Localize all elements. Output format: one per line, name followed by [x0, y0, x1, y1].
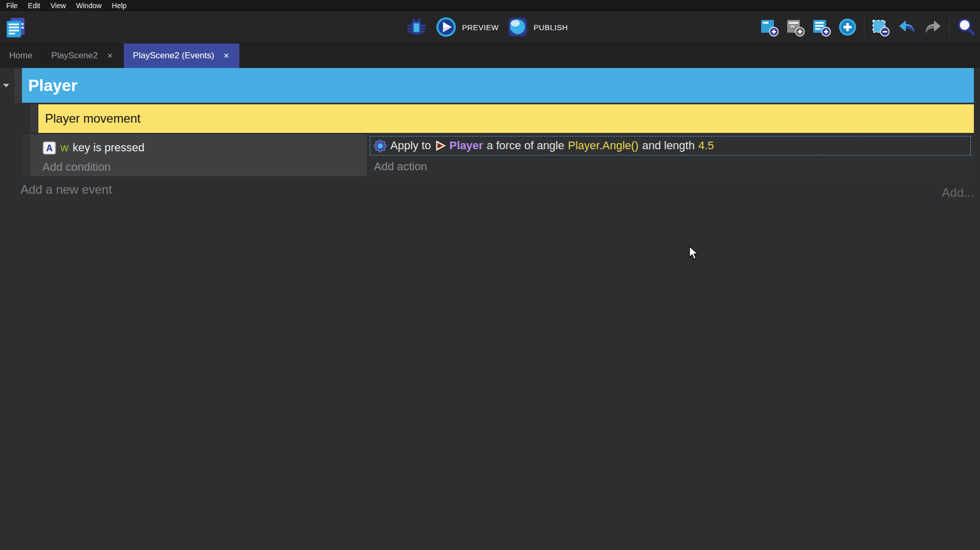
menu-help[interactable]: Help: [107, 2, 132, 10]
add-subevent-button[interactable]: [786, 17, 805, 37]
action-object-name: Player: [450, 139, 483, 152]
tab-playscene2[interactable]: PlayScene2 ✕: [42, 43, 123, 68]
selection-minus-icon: [871, 17, 890, 37]
add-new-event-link[interactable]: Add a new event: [20, 182, 112, 197]
action-text: a force of angle: [487, 139, 565, 152]
action-expression: Player.Angle(): [568, 139, 638, 152]
events-sheet: Player Player movement A w key is presse…: [0, 68, 980, 550]
redo-button[interactable]: [923, 17, 943, 37]
tab-label: PlayScene2: [51, 51, 98, 61]
add-condition-link[interactable]: Add condition: [42, 158, 367, 176]
preview-button[interactable]: PREVIEW: [435, 16, 499, 38]
comment-drag-handle[interactable]: [30, 104, 38, 133]
event-group-header[interactable]: Player: [22, 68, 974, 103]
delete-selection-button[interactable]: [871, 17, 890, 37]
comment-event[interactable]: Player movement: [38, 104, 974, 133]
preview-label: PREVIEW: [462, 23, 499, 32]
event-drag-handle[interactable]: [22, 134, 30, 176]
tab-playscene2-events[interactable]: PlayScene2 (Events) ✕: [124, 43, 239, 68]
condition-key-name: w: [60, 141, 69, 154]
toolbar-separator: [949, 18, 950, 36]
undo-icon: [897, 17, 917, 37]
toolbar: PREVIEW PUBLISH: [0, 11, 980, 43]
add-event-icon: [760, 17, 779, 37]
debugger-button[interactable]: [406, 17, 427, 37]
mouse-cursor: [689, 246, 700, 261]
add-more-link[interactable]: Add...: [942, 186, 974, 200]
condition-row[interactable]: A w key is pressed: [42, 138, 367, 157]
condition-text: key is pressed: [73, 141, 145, 154]
physics-force-icon: [374, 140, 387, 152]
undo-button[interactable]: [897, 17, 917, 37]
action-row-selected[interactable]: Apply to Player a force of angle Player.…: [370, 136, 971, 155]
svg-text:A: A: [46, 143, 53, 153]
tab-label: Home: [9, 51, 32, 61]
plus-circle-icon: [838, 17, 857, 37]
publish-label: PUBLISH: [533, 23, 568, 32]
menu-view[interactable]: View: [46, 2, 71, 10]
tab-home[interactable]: Home: [0, 43, 42, 68]
tabbar: Home PlayScene2 ✕ PlayScene2 (Events) ✕: [0, 43, 980, 68]
add-element-button[interactable]: [838, 17, 857, 37]
menu-window[interactable]: Window: [71, 2, 107, 10]
stacked-pages-icon: [4, 16, 27, 39]
conditions-column[interactable]: A w key is pressed Add condition: [30, 134, 367, 176]
action-text: Apply to: [390, 139, 431, 152]
standard-event: A w key is pressed Add condition: [22, 134, 974, 176]
keyboard-key-icon: A: [42, 141, 56, 155]
play-circle-icon: [435, 16, 457, 38]
actions-column[interactable]: Apply to Player a force of angle Player.…: [367, 134, 974, 176]
search-events-button[interactable]: [956, 17, 976, 37]
group-drag-handle[interactable]: [14, 68, 22, 103]
project-manager-button[interactable]: [4, 16, 27, 39]
menubar: File Edit View Window Help: [0, 0, 980, 11]
add-comment-button[interactable]: [812, 17, 831, 37]
gdevelop-window: File Edit View Window Help: [0, 0, 980, 68]
toolbar-right: [760, 11, 976, 43]
tab-label: PlayScene2 (Events): [133, 51, 214, 61]
collapse-group-icon[interactable]: [3, 84, 9, 87]
add-action-link[interactable]: Add action: [374, 158, 427, 175]
action-value: 4.5: [698, 139, 714, 152]
menu-edit[interactable]: Edit: [23, 2, 46, 10]
menu-file[interactable]: File: [1, 2, 23, 10]
magnifier-icon: [956, 17, 976, 37]
globe-icon: [507, 16, 528, 38]
toolbar-separator: [864, 18, 864, 36]
close-icon[interactable]: ✕: [222, 51, 231, 60]
player-object-icon: [435, 140, 446, 151]
toolbar-center: PREVIEW PUBLISH: [406, 11, 568, 43]
publish-button[interactable]: PUBLISH: [507, 16, 568, 38]
action-text: and length: [642, 139, 695, 152]
comment-text: Player movement: [45, 111, 141, 126]
group-title: Player: [28, 76, 77, 95]
add-comment-icon: [812, 17, 831, 37]
add-subevent-icon: [786, 17, 805, 37]
close-icon[interactable]: ✕: [106, 51, 114, 60]
add-event-button[interactable]: [760, 17, 779, 37]
redo-icon: [923, 17, 943, 37]
bug-icon: [406, 17, 427, 37]
